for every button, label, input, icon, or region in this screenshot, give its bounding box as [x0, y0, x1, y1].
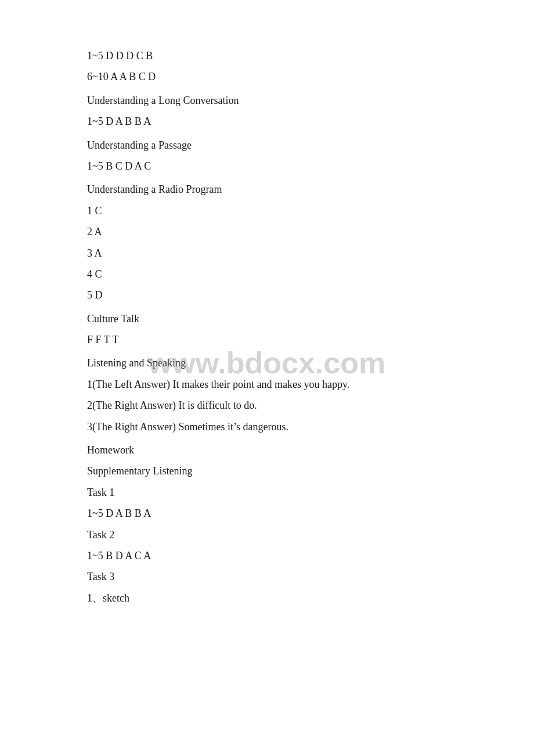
line-5: 1 C: [87, 201, 447, 220]
section-task-2: Task 2: [87, 525, 447, 544]
section-culture-talk: Culture Talk: [87, 309, 447, 328]
section-understanding-long-conversation: Understanding a Long Conversation: [87, 91, 447, 110]
section-understanding-radio-program: Understanding a Radio Program: [87, 180, 447, 199]
line-15: 1~5 B D A C A: [87, 546, 447, 565]
line-7: 3 A: [87, 244, 447, 262]
line-13: 3(The Right Answer) Sometimes it’s dange…: [87, 417, 447, 436]
line-10: F F T T: [87, 330, 447, 349]
section-homework: Homework: [87, 441, 447, 459]
section-supplementary-listening: Supplementary Listening: [87, 462, 447, 480]
line-8: 4 C: [87, 265, 447, 283]
line-14: 1~5 D A B B A: [87, 504, 447, 523]
line-2: 6~10 A A B C D: [87, 67, 447, 86]
section-listening-speaking: Listening and Speaking: [87, 354, 447, 372]
section-understanding-passage: Understanding a Passage: [87, 136, 447, 154]
line-6: 2 A: [87, 222, 447, 241]
line-16: 1、sketch: [87, 589, 447, 607]
line-4: 1~5 B C D A C: [87, 157, 447, 175]
line-3: 1~5 D A B B A: [87, 112, 447, 131]
section-task-3: Task 3: [87, 567, 447, 586]
section-task-1: Task 1: [87, 483, 447, 502]
line-1: 1~5 D D D C B: [87, 46, 447, 65]
line-9: 5 D: [87, 286, 447, 304]
line-12: 2(The Right Answer) It is difficult to d…: [87, 396, 447, 415]
line-11: 1(The Left Answer) It makes their point …: [87, 375, 447, 394]
